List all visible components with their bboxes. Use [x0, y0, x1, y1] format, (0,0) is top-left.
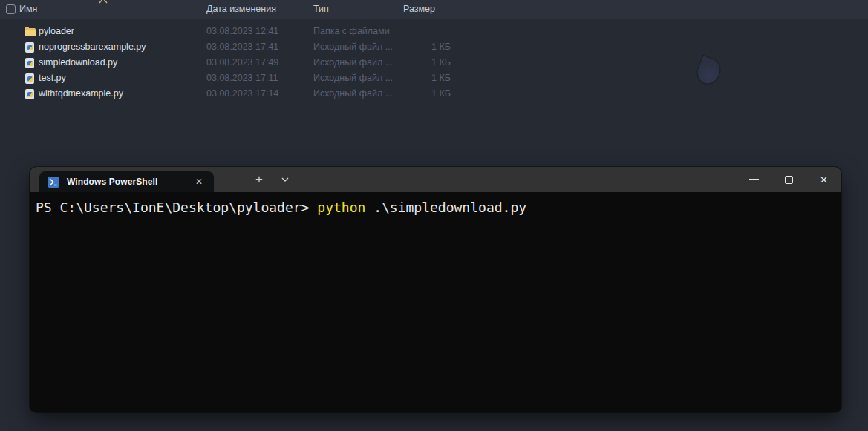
- terminal-titlebar[interactable]: Windows PowerShell ✕ + ✕: [30, 167, 841, 192]
- maximize-button[interactable]: [771, 167, 806, 192]
- tab-windows-powershell[interactable]: Windows PowerShell ✕: [39, 171, 214, 192]
- chevron-down-icon: [281, 177, 289, 182]
- file-row-test[interactable]: test.py 03.08.2023 17:11 Исходный файл .…: [0, 70, 490, 86]
- terminal-window: Windows PowerShell ✕ + ✕ PS C:\Users\Ion…: [30, 167, 841, 412]
- powershell-icon: [48, 177, 59, 188]
- column-header-type[interactable]: Тип: [313, 4, 329, 14]
- column-header-name[interactable]: Имя: [19, 4, 37, 14]
- tab-dropdown-button[interactable]: [276, 171, 294, 188]
- tabbar-divider: [273, 174, 273, 185]
- maximize-icon: [785, 176, 793, 184]
- explorer-column-header-row: Имя Дата изменения Тип Размер: [0, 0, 868, 19]
- python-file-icon: [25, 73, 34, 84]
- close-icon: ✕: [820, 175, 828, 185]
- column-header-size[interactable]: Размер: [403, 4, 435, 14]
- file-row-pyloader[interactable]: pyloader 03.08.2023 12:41 Папка с файлам…: [0, 24, 490, 39]
- terminal-command: python: [317, 200, 365, 215]
- sort-ascending-icon: [99, 0, 108, 4]
- close-button[interactable]: ✕: [806, 167, 841, 192]
- folder-icon: [25, 28, 36, 36]
- terminal-command-args: .\simpledownload.py: [365, 200, 526, 215]
- terminal-content-area[interactable]: PS C:\Users\IonE\Desktop\pyloader> pytho…: [30, 192, 841, 412]
- new-tab-button[interactable]: +: [249, 171, 269, 188]
- tab-close-icon[interactable]: ✕: [192, 175, 206, 188]
- file-row-noprogressbarexample[interactable]: noprogressbarexample.py 03.08.2023 17:41…: [0, 39, 490, 55]
- tab-title: Windows PowerShell: [67, 177, 157, 187]
- python-file-icon: [25, 58, 34, 68]
- column-header-date-modified[interactable]: Дата изменения: [206, 4, 276, 14]
- minimize-button[interactable]: [737, 167, 771, 192]
- terminal-prompt: PS C:\Users\IonE\Desktop\pyloader>: [36, 200, 317, 215]
- python-file-icon: [25, 42, 34, 53]
- select-all-checkbox[interactable]: [6, 4, 16, 14]
- file-row-simpledownload[interactable]: simpledownload.py 03.08.2023 17:49 Исход…: [0, 55, 490, 70]
- file-explorer-pane: Имя Дата изменения Тип Размер pyloader 0…: [0, 0, 868, 111]
- minimize-icon: [749, 179, 759, 180]
- window-controls: ✕: [737, 167, 841, 192]
- python-file-icon: [25, 89, 34, 99]
- terminal-command-line: PS C:\Users\IonE\Desktop\pyloader> pytho…: [36, 199, 835, 217]
- file-list: pyloader 03.08.2023 12:41 Папка с файлам…: [0, 24, 490, 102]
- file-row-withtqdmexample[interactable]: withtqdmexample.py 03.08.2023 17:14 Исхо…: [0, 86, 490, 102]
